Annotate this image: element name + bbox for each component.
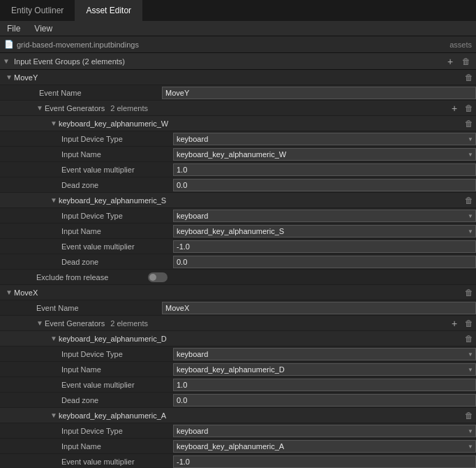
movex-expand-icon[interactable]: ▼ bbox=[3, 288, 11, 296]
movey-gen-s-name-wrapper: keyboard_key_alphanumeric_S bbox=[173, 225, 476, 237]
movex-gen-a-name-select[interactable]: keyboard_key_alphanumeric_A bbox=[173, 440, 476, 453]
movey-gen-s-name-select[interactable]: keyboard_key_alphanumeric_S bbox=[173, 225, 476, 237]
movey-delete-btn[interactable]: 🗑 bbox=[462, 70, 476, 85]
expand-icon[interactable]: ▼ bbox=[3, 57, 11, 65]
tab-asset-editor[interactable]: Asset Editor bbox=[75, 0, 142, 21]
movey-generators-count: 2 elements bbox=[110, 104, 148, 112]
movey-gen-s-row: ▼ keyboard_key_alphanumeric_S 🗑 bbox=[0, 193, 476, 208]
movex-generators-row: ▼ Event Generators 2 elements + 🗑 bbox=[0, 316, 476, 331]
movey-gen-s-device-row: Input Device Type keyboard bbox=[0, 208, 476, 224]
movex-gen-d-dead-input[interactable] bbox=[173, 394, 476, 407]
movex-gen-d-label: keyboard_key_alphanumeric_D bbox=[59, 335, 167, 343]
movey-gen-s-dead-input[interactable] bbox=[173, 256, 476, 268]
movex-gen-d-mult-input[interactable] bbox=[173, 379, 476, 391]
movex-event-name-input[interactable] bbox=[162, 302, 476, 314]
movex-gen-a-mult-input[interactable] bbox=[173, 455, 476, 468]
title-bar: Entity Outliner Asset Editor bbox=[0, 0, 476, 21]
movex-generators-left: ▼ Event Generators 2 elements bbox=[36, 319, 448, 328]
file-icon: 📄 bbox=[4, 40, 14, 49]
movey-gen-w-device-select[interactable]: keyboard bbox=[173, 133, 476, 145]
movey-gen-w-dead-input[interactable] bbox=[173, 179, 476, 191]
movex-gen-a-device-label: Input Device Type bbox=[61, 427, 173, 435]
movey-gen-w-dead-row: Dead zone bbox=[0, 177, 476, 193]
movex-event-name-label: Event Name bbox=[36, 304, 162, 312]
main-content: ▼ Input Event Groups (2 elements) + 🗑 ▼ … bbox=[0, 53, 476, 468]
movey-event-name-label: Event Name bbox=[36, 89, 162, 97]
movex-label: MoveX bbox=[11, 288, 38, 297]
movex-delete-btn[interactable]: 🗑 bbox=[462, 285, 476, 300]
movex-gen-a-name-label: Input Name bbox=[61, 442, 173, 451]
movey-add-generator-btn[interactable]: + bbox=[448, 102, 461, 115]
add-group-btn[interactable]: + bbox=[444, 55, 456, 68]
movex-gen-d-device-select[interactable]: keyboard bbox=[173, 348, 476, 360]
movey-gen-s-mult-input[interactable] bbox=[173, 240, 476, 253]
movex-gen-d-device-row: Input Device Type keyboard bbox=[0, 346, 476, 362]
menu-bar: File View bbox=[0, 21, 476, 36]
movex-gen-d-expand[interactable]: ▼ bbox=[50, 335, 59, 342]
movey-gen-s-mult-row: Event value multiplier bbox=[0, 239, 476, 254]
movey-group-row: ▼ MoveY 🗑 bbox=[0, 70, 476, 85]
movex-gen-d-dead-label: Dead zone bbox=[61, 396, 173, 404]
movex-gen-a-row: ▼ keyboard_key_alphanumeric_A 🗑 bbox=[0, 408, 476, 423]
movex-gen-a-device-select[interactable]: keyboard bbox=[173, 425, 476, 437]
movey-delete-generator-btn[interactable]: 🗑 bbox=[462, 101, 476, 116]
delete-group-btn[interactable]: 🗑 bbox=[459, 54, 473, 69]
movey-group-left: ▼ MoveY bbox=[3, 73, 462, 82]
movey-gen-s-mult-label: Event value multiplier bbox=[61, 242, 173, 251]
movey-gen-s-device-wrapper: keyboard bbox=[173, 210, 476, 222]
movey-gen-w-expand[interactable]: ▼ bbox=[50, 119, 59, 127]
section-actions: + 🗑 bbox=[444, 54, 473, 69]
movex-gen-a-delete[interactable]: 🗑 bbox=[462, 408, 476, 423]
movey-gen-s-left: ▼ keyboard_key_alphanumeric_S bbox=[50, 196, 462, 205]
movex-add-generator-btn[interactable]: + bbox=[448, 317, 461, 330]
movey-gen-w-name-label: Input Name bbox=[61, 150, 173, 159]
movex-gen-d-name-label: Input Name bbox=[61, 365, 173, 374]
movex-gen-a-device-wrapper: keyboard bbox=[173, 425, 476, 437]
movey-generators-label: Event Generators bbox=[45, 104, 105, 112]
movey-generators-actions: + 🗑 bbox=[448, 101, 476, 116]
movey-gen-w-mult-input[interactable] bbox=[173, 163, 476, 176]
movey-generators-left: ▼ Event Generators 2 elements bbox=[36, 104, 448, 112]
menu-view[interactable]: View bbox=[30, 21, 57, 36]
tab-entity-outliner[interactable]: Entity Outliner bbox=[0, 0, 75, 21]
movex-gen-d-dead-row: Dead zone bbox=[0, 393, 476, 408]
movey-gen-w-name-wrapper: keyboard_key_alphanumeric_W bbox=[173, 148, 476, 161]
movey-gen-w-name-select[interactable]: keyboard_key_alphanumeric_W bbox=[173, 148, 476, 161]
movex-generators-label: Event Generators bbox=[45, 319, 105, 328]
movey-exclude-toggle[interactable] bbox=[148, 272, 168, 282]
movex-gen-d-name-wrapper: keyboard_key_alphanumeric_D bbox=[173, 363, 476, 376]
menu-file[interactable]: File bbox=[3, 21, 24, 36]
movex-gen-d-row: ▼ keyboard_key_alphanumeric_D 🗑 bbox=[0, 331, 476, 346]
movex-group-row: ▼ MoveX 🗑 bbox=[0, 285, 476, 300]
movex-delete-generator-btn[interactable]: 🗑 bbox=[462, 316, 476, 331]
movey-gen-w-row: ▼ keyboard_key_alphanumeric_W 🗑 bbox=[0, 116, 476, 131]
movey-gen-s-label: keyboard_key_alphanumeric_S bbox=[59, 196, 166, 205]
movey-gen-s-dead-row: Dead zone bbox=[0, 254, 476, 270]
movex-gen-d-name-select[interactable]: keyboard_key_alphanumeric_D bbox=[173, 363, 476, 376]
movex-gen-d-left: ▼ keyboard_key_alphanumeric_D bbox=[50, 335, 462, 343]
movey-event-name-input[interactable] bbox=[162, 87, 476, 99]
movex-gen-a-mult-row: Event value multiplier bbox=[0, 454, 476, 468]
movey-gen-s-delete[interactable]: 🗑 bbox=[462, 193, 476, 208]
movey-gen-w-name-row: Input Name keyboard_key_alphanumeric_W bbox=[0, 147, 476, 162]
movex-gen-d-delete[interactable]: 🗑 bbox=[462, 331, 476, 346]
file-name: 📄 grid-based-movement.inputbindings bbox=[4, 40, 139, 49]
movex-gen-d-device-label: Input Device Type bbox=[61, 350, 173, 358]
movex-gen-a-left: ▼ keyboard_key_alphanumeric_A bbox=[50, 411, 462, 420]
movey-gen-s-name-label: Input Name bbox=[61, 227, 173, 235]
movex-gen-a-device-row: Input Device Type keyboard bbox=[0, 423, 476, 439]
movex-event-name-row: Event Name bbox=[0, 300, 476, 316]
movey-gen-s-device-select[interactable]: keyboard bbox=[173, 210, 476, 222]
movex-gen-a-expand[interactable]: ▼ bbox=[50, 411, 59, 419]
movex-gen-d-name-row: Input Name keyboard_key_alphanumeric_D bbox=[0, 362, 476, 377]
movex-generators-actions: + 🗑 bbox=[448, 316, 476, 331]
movey-gen-w-device-label: Input Device Type bbox=[61, 135, 173, 143]
movey-gen-s-expand[interactable]: ▼ bbox=[50, 196, 59, 204]
movex-gen-d-mult-label: Event value multiplier bbox=[61, 381, 173, 389]
movey-gen-w-delete[interactable]: 🗑 bbox=[462, 116, 476, 131]
movey-expand-icon[interactable]: ▼ bbox=[3, 73, 11, 81]
movey-generators-expand[interactable]: ▼ bbox=[36, 104, 45, 112]
movex-generators-expand[interactable]: ▼ bbox=[36, 319, 45, 327]
movey-gen-w-device-row: Input Device Type keyboard bbox=[0, 131, 476, 147]
movey-gen-s-dead-label: Dead zone bbox=[61, 258, 173, 266]
